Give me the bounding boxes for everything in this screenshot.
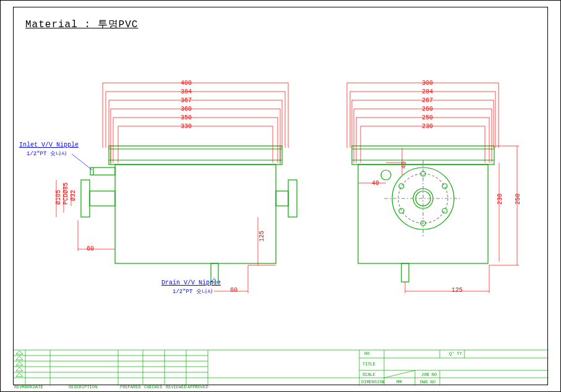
tb-rev: REVIEWED <box>166 385 187 390</box>
front-dimlines <box>56 83 288 293</box>
svg-rect-46 <box>401 263 409 282</box>
tb-mm: MM <box>396 380 401 385</box>
tb-dwgno: DWG NO <box>420 380 435 385</box>
svg-marker-103 <box>16 362 23 365</box>
svg-marker-101 <box>16 351 23 354</box>
svg-point-55 <box>399 184 404 189</box>
titleblock-lines <box>14 350 549 386</box>
svg-rect-7 <box>90 191 115 206</box>
svg-rect-4 <box>90 168 115 175</box>
svg-point-54 <box>442 208 447 213</box>
tb-qty: Q' TY <box>449 351 462 356</box>
tb-jobno: JOB NO <box>421 372 437 377</box>
side-dimlines <box>347 83 519 293</box>
svg-marker-105 <box>16 373 23 377</box>
front-view <box>81 146 297 282</box>
tb-desc: DESCRIPTION <box>69 385 97 390</box>
tb-no: NO <box>364 351 369 356</box>
svg-rect-10 <box>211 263 218 282</box>
tb-dimension: DIMENSION <box>361 380 385 385</box>
drawing-svg <box>1 1 561 392</box>
svg-rect-8 <box>276 191 288 206</box>
svg-line-114 <box>384 370 415 378</box>
svg-marker-104 <box>16 367 23 371</box>
tb-prep: PREPARED <box>120 385 141 390</box>
svg-point-57 <box>381 170 391 180</box>
tb-scale: SCALE <box>362 372 375 377</box>
svg-rect-1 <box>115 164 276 263</box>
svg-point-56 <box>399 208 404 213</box>
svg-marker-102 <box>16 356 23 360</box>
svg-rect-9 <box>288 180 297 217</box>
tb-revmark: REVMARK <box>14 385 32 390</box>
svg-rect-6 <box>81 180 90 217</box>
tb-chk: CHECKED <box>144 385 162 390</box>
svg-point-53 <box>442 184 447 189</box>
side-view <box>352 146 494 282</box>
drawing-page: Material : 투명PVC 400 384 367 360 350 330… <box>0 0 561 392</box>
tb-date: DATE <box>33 385 43 390</box>
tb-app: APPROVED <box>187 385 208 390</box>
tb-title: TITLE <box>362 362 375 367</box>
svg-line-40 <box>72 154 92 170</box>
